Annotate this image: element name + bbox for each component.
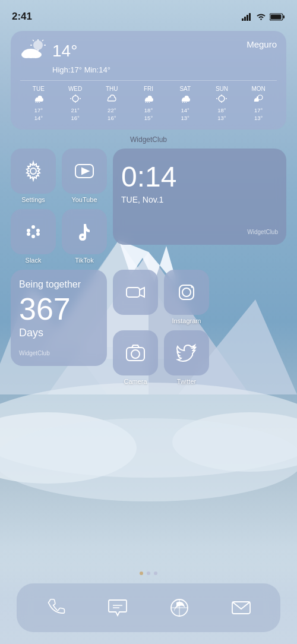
page-dot-2	[147, 572, 150, 575]
svg-rect-50	[27, 232, 30, 236]
svg-rect-52	[31, 225, 35, 229]
weather-forecast: TUE 17°14° WED 21°16° THU 22°16°	[20, 80, 277, 122]
svg-marker-55	[82, 168, 89, 174]
app-icon-tiktok[interactable]: TikTok	[62, 209, 107, 264]
dock-messages[interactable]	[99, 589, 136, 626]
svg-point-61	[131, 350, 140, 358]
app-row-1: Settings Slack	[11, 149, 286, 264]
status-icons	[242, 12, 285, 21]
counter-number: 367	[19, 293, 71, 324]
svg-rect-48	[27, 229, 30, 232]
status-time: 2:41	[12, 11, 32, 23]
svg-rect-53	[31, 235, 35, 238]
svg-line-29	[39, 102, 40, 103]
page-dot-3	[154, 572, 157, 575]
svg-point-58	[182, 288, 191, 296]
weather-widget[interactable]: 14° Meguro High:17° Min:14° TUE 17°14° W…	[11, 31, 286, 130]
svg-point-59	[191, 286, 193, 288]
svg-line-27	[36, 102, 36, 103]
svg-line-36	[147, 102, 148, 103]
content-area: 14° Meguro High:17° Min:14° TUE 17°14° W…	[0, 26, 297, 385]
wifi-icon	[256, 13, 266, 21]
counter-unit: Days	[19, 327, 43, 339]
svg-point-30	[72, 96, 78, 102]
svg-line-40	[186, 102, 187, 103]
svg-point-9	[0, 418, 297, 501]
app-icon-settings[interactable]: Settings	[11, 149, 56, 203]
app-row-2: Being together 367 Days WidgetClub	[11, 270, 286, 385]
svg-point-17	[33, 40, 43, 50]
status-bar: 2:41	[0, 0, 297, 26]
svg-point-47	[30, 168, 36, 174]
slack-label: Slack	[26, 257, 42, 264]
dock-mail[interactable]	[223, 589, 260, 626]
dock-phone[interactable]	[37, 589, 74, 626]
forecast-fri: FRI 18°15°	[130, 86, 167, 122]
app-icon-youtube[interactable]: YouTube	[62, 149, 107, 203]
page-dots	[11, 572, 286, 575]
twitter-label: Twitter	[177, 378, 196, 385]
svg-point-41	[219, 96, 225, 102]
svg-rect-13	[249, 13, 251, 21]
dock	[17, 583, 280, 632]
clock-date: TUE, Nov.1	[121, 195, 278, 204]
battery-icon	[270, 13, 285, 21]
weather-high-low: High:17° Min:14°	[52, 65, 277, 74]
weather-temperature: 14°	[52, 42, 77, 61]
forecast-mon: MON 17°13°	[240, 86, 277, 122]
app-icon-twitter[interactable]: Twitter	[164, 330, 209, 385]
counter-title: Being together	[19, 279, 81, 290]
svg-line-38	[182, 102, 183, 103]
svg-point-26	[30, 51, 42, 58]
instagram-label: Instagram	[172, 317, 201, 324]
svg-rect-15	[283, 15, 285, 18]
weather-condition-icon	[20, 39, 46, 63]
forecast-tue: TUE 17°14°	[20, 86, 57, 122]
dock-safari[interactable]	[161, 589, 198, 626]
svg-rect-51	[36, 232, 40, 236]
svg-point-46	[258, 95, 263, 100]
svg-line-35	[146, 102, 146, 103]
tiktok-label: TikTok	[75, 257, 93, 264]
forecast-sat: SAT 14°13°	[167, 86, 204, 122]
clock-widget[interactable]: 0:14 TUE, Nov.1 WidgetClub	[113, 149, 286, 245]
svg-line-37	[149, 102, 150, 103]
app-icon-slack[interactable]: Slack	[11, 209, 56, 264]
svg-rect-16	[271, 14, 282, 19]
svg-line-28	[37, 102, 38, 103]
svg-rect-10	[242, 18, 244, 21]
counter-widget[interactable]: Being together 367 Days WidgetClub	[11, 270, 107, 366]
clock-widgetclub-label: WidgetClub	[121, 229, 278, 235]
svg-rect-56	[127, 288, 140, 297]
counter-widgetclub-label: WidgetClub	[19, 350, 50, 356]
widgetclub-label-1: WidgetClub	[11, 135, 286, 144]
youtube-label: YouTube	[71, 196, 97, 203]
svg-rect-11	[244, 17, 246, 21]
app-icon-camera[interactable]: Camera	[113, 330, 158, 385]
clock-time: 0:14	[121, 163, 278, 191]
settings-label: Settings	[21, 196, 45, 203]
weather-location: Meguro	[247, 39, 277, 49]
svg-line-22	[33, 40, 34, 41]
signal-icon	[242, 12, 252, 21]
app-icon-video-camera[interactable]	[113, 270, 158, 324]
svg-point-25	[21, 51, 31, 58]
forecast-thu: THU 22°16°	[93, 86, 130, 122]
bottom-area	[0, 566, 297, 644]
camera-label: Camera	[124, 378, 147, 385]
svg-line-23	[42, 40, 43, 41]
svg-rect-12	[247, 15, 248, 21]
forecast-wed: WED 21°16°	[57, 86, 94, 122]
forecast-sun: SUN 18°13°	[204, 86, 241, 122]
svg-line-39	[184, 102, 185, 103]
svg-rect-49	[36, 229, 40, 232]
app-icon-instagram[interactable]: Instagram	[164, 270, 209, 324]
page-dot-1	[140, 572, 143, 575]
